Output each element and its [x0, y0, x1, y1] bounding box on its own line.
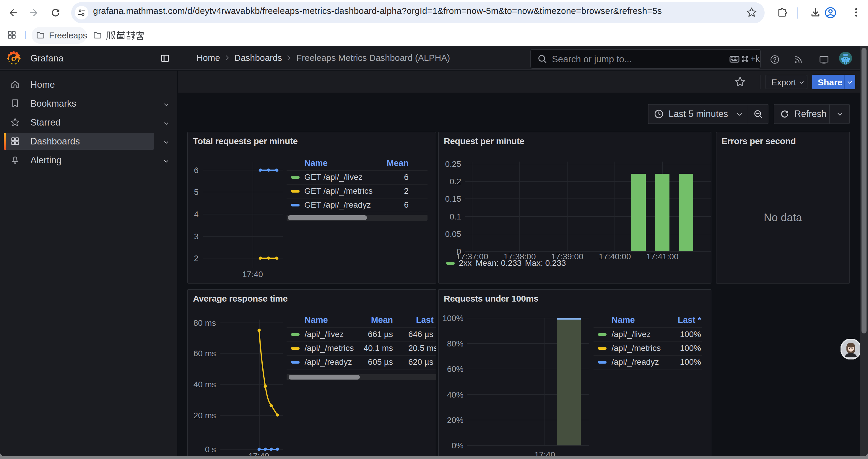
svg-text:0.2: 0.2 — [450, 177, 461, 186]
svg-text:6: 6 — [194, 166, 198, 175]
svg-text:2: 2 — [194, 254, 198, 263]
svg-text:17:40: 17:40 — [534, 450, 555, 456]
svg-text:60%: 60% — [447, 364, 464, 374]
svg-text:0.15: 0.15 — [445, 194, 462, 203]
svg-text:20 ms: 20 ms — [193, 411, 216, 420]
svg-text:40%: 40% — [447, 390, 464, 399]
svg-text:80%: 80% — [447, 339, 464, 348]
svg-text:17:41:00: 17:41:00 — [646, 252, 679, 261]
svg-text:0.1: 0.1 — [450, 212, 461, 221]
svg-text:0.25: 0.25 — [445, 160, 462, 169]
svg-text:5: 5 — [194, 188, 198, 197]
svg-text:20%: 20% — [447, 416, 464, 425]
svg-text:4: 4 — [194, 210, 198, 219]
svg-text:17:40:00: 17:40:00 — [599, 252, 631, 261]
svg-text:40 ms: 40 ms — [193, 380, 216, 389]
svg-text:3: 3 — [194, 232, 198, 241]
svg-text:80 ms: 80 ms — [193, 319, 216, 328]
svg-text:0%: 0% — [452, 441, 464, 450]
svg-text:0 s: 0 s — [205, 445, 216, 454]
svg-text:17:40: 17:40 — [248, 451, 269, 456]
svg-text:0.05: 0.05 — [445, 230, 462, 239]
svg-text:60 ms: 60 ms — [193, 349, 216, 358]
svg-text:100%: 100% — [442, 314, 464, 323]
svg-text:17:40: 17:40 — [242, 270, 263, 279]
